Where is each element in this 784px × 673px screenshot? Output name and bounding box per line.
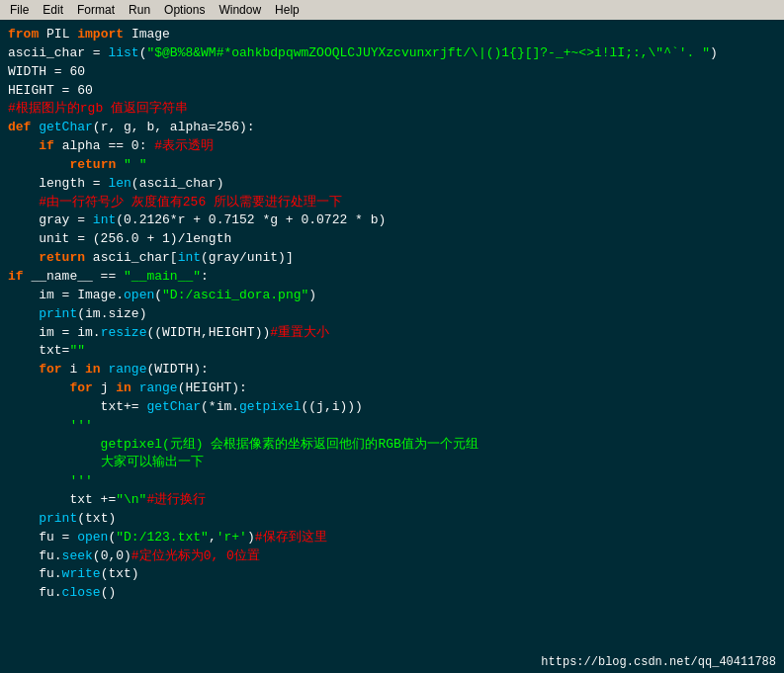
code-line-5: HEIGHT = 60 bbox=[8, 82, 776, 101]
code-line-26: for j in range(HEIGHT): bbox=[8, 379, 776, 398]
code-line-7: def getChar(r, g, b, alpha=256): bbox=[8, 119, 776, 137]
code-line-37: fu = open("D:/123.txt",'r+')#保存到这里 bbox=[8, 529, 776, 547]
code-line-22: im = im.resize((WIDTH,HEIGHT))#重置大小 bbox=[8, 324, 776, 343]
menu-file[interactable]: File bbox=[6, 2, 33, 18]
code-line-16: return ascii_char[int(gray/unit)] bbox=[8, 249, 776, 268]
code-line-29: ''' bbox=[8, 417, 776, 436]
code-line-14: unit = (256.0 + 1)/length bbox=[8, 230, 776, 249]
code-line-1: from PIL import Image bbox=[8, 26, 776, 44]
code-editor: from PIL import Image ascii_char = list(… bbox=[0, 20, 784, 673]
menu-window[interactable]: Window bbox=[215, 2, 265, 18]
code-line-20: im = Image.open("D:/ascii_dora.png") bbox=[8, 287, 776, 305]
code-line-8: if alpha == 0: #表示透明 bbox=[8, 137, 776, 156]
code-line-9: return " " bbox=[8, 156, 776, 175]
code-line-30: getpixel(元组) 会根据像素的坐标返回他们的RGB值为一个元组 bbox=[8, 436, 776, 455]
menu-format[interactable]: Format bbox=[73, 2, 119, 18]
code-line-40: fu.close() bbox=[8, 584, 776, 603]
code-line-13: gray = int(0.2126*r + 0.7152 *g + 0.0722… bbox=[8, 211, 776, 230]
menu-help[interactable]: Help bbox=[271, 2, 304, 18]
menu-edit[interactable]: Edit bbox=[39, 2, 67, 18]
code-line-4: WIDTH = 60 bbox=[8, 63, 776, 82]
code-line-27: txt+= getChar(*im.getpixel((j,i))) bbox=[8, 398, 776, 417]
menu-bar: File Edit Format Run Options Window Help bbox=[0, 0, 784, 20]
code-line-31: 大家可以输出一下 bbox=[8, 454, 776, 472]
code-line-25: for i in range(WIDTH): bbox=[8, 361, 776, 379]
code-line-34: txt +="\n"#进行换行 bbox=[8, 491, 776, 510]
code-line-21: print(im.size) bbox=[8, 305, 776, 324]
code-line-19: if __name__ == "__main__": bbox=[8, 268, 776, 287]
url-watermark: https://blog.csdn.net/qq_40411788 bbox=[541, 655, 776, 669]
menu-options[interactable]: Options bbox=[160, 2, 209, 18]
code-line-12: #由一行符号少 灰度值有256 所以需要进行处理一下 bbox=[8, 194, 776, 212]
code-line-32: ''' bbox=[8, 472, 776, 491]
code-line-24: txt="" bbox=[8, 342, 776, 361]
code-line-11: length = len(ascii_char) bbox=[8, 175, 776, 194]
code-line-38: fu.seek(0,0)#定位光标为0, 0位置 bbox=[8, 547, 776, 566]
code-line-3: ascii_char = list("$@B%8&WM#*oahkbdpqwmZ… bbox=[8, 44, 776, 63]
menu-run[interactable]: Run bbox=[125, 2, 154, 18]
code-line-39: fu.write(txt) bbox=[8, 565, 776, 584]
code-line-36: print(txt) bbox=[8, 510, 776, 529]
code-line-6: #根据图片的rgb 值返回字符串 bbox=[8, 100, 776, 119]
